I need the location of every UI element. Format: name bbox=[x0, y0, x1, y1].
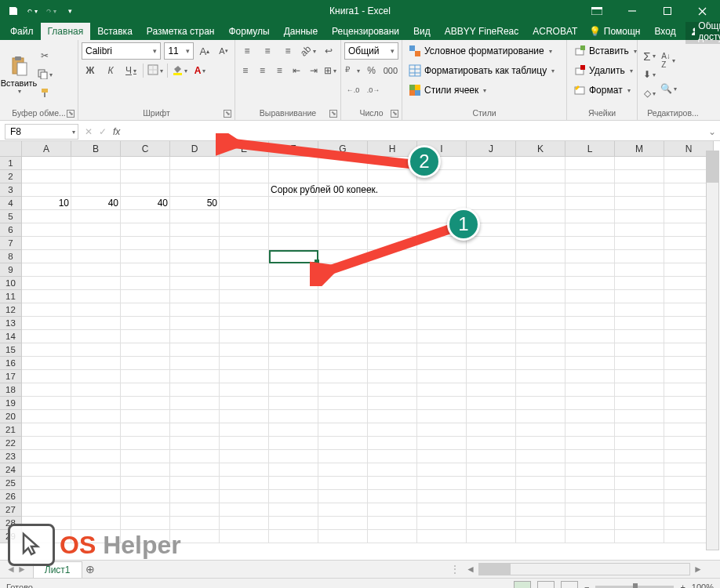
tab-home[interactable]: Главная bbox=[41, 23, 91, 40]
cell-B11[interactable] bbox=[71, 290, 121, 303]
cell-H28[interactable] bbox=[368, 517, 417, 530]
cell-M7[interactable] bbox=[615, 237, 664, 250]
cell-I10[interactable] bbox=[417, 277, 467, 290]
cell-E14[interactable] bbox=[220, 330, 269, 343]
cell-E29[interactable] bbox=[220, 530, 269, 543]
tab-data[interactable]: Данные bbox=[277, 23, 325, 40]
cell-G26[interactable] bbox=[318, 490, 368, 503]
cell-C26[interactable] bbox=[121, 490, 170, 503]
cell-D21[interactable] bbox=[170, 423, 220, 437]
cell-D1[interactable] bbox=[170, 157, 220, 170]
cell-K26[interactable] bbox=[516, 490, 565, 503]
cell-K24[interactable] bbox=[516, 463, 565, 477]
cell-D2[interactable] bbox=[170, 170, 220, 183]
cell-M22[interactable] bbox=[615, 437, 664, 450]
cell-J11[interactable] bbox=[467, 290, 516, 303]
cell-F29[interactable] bbox=[269, 530, 318, 543]
cell-E19[interactable] bbox=[220, 397, 269, 410]
close-icon[interactable] bbox=[685, 0, 720, 22]
cell-K4[interactable] bbox=[516, 197, 565, 210]
cell-L21[interactable] bbox=[565, 423, 615, 437]
cell-I29[interactable] bbox=[417, 530, 467, 543]
cell-H12[interactable] bbox=[368, 303, 417, 317]
cell-L24[interactable] bbox=[565, 463, 615, 477]
cell-A10[interactable] bbox=[22, 277, 71, 290]
select-all-corner[interactable] bbox=[0, 141, 22, 157]
cell-M28[interactable] bbox=[615, 517, 664, 530]
cell-D12[interactable] bbox=[170, 303, 220, 317]
cell-K19[interactable] bbox=[516, 397, 565, 410]
cell-L17[interactable] bbox=[565, 370, 615, 383]
cell-D27[interactable] bbox=[170, 503, 220, 517]
cell-L1[interactable] bbox=[565, 157, 615, 170]
cell-I22[interactable] bbox=[417, 437, 467, 450]
cell-G16[interactable] bbox=[318, 357, 368, 370]
cell-F6[interactable] bbox=[269, 223, 318, 237]
cell-A3[interactable] bbox=[22, 183, 71, 197]
tab-abbyy[interactable]: ABBYY FineReac bbox=[438, 23, 526, 40]
cell-G13[interactable] bbox=[318, 317, 368, 330]
format-painter-button[interactable] bbox=[36, 85, 53, 102]
cell-I8[interactable] bbox=[417, 250, 467, 263]
paste-button[interactable]: Вставить ▾ bbox=[3, 42, 35, 107]
cell-I18[interactable] bbox=[417, 383, 467, 397]
cell-I9[interactable] bbox=[417, 263, 467, 277]
fill-color-button[interactable]: ▾ bbox=[171, 62, 188, 79]
col-header-C[interactable]: C bbox=[121, 141, 170, 157]
cell-F21[interactable] bbox=[269, 423, 318, 437]
align-middle-icon[interactable]: ≡ bbox=[259, 42, 276, 60]
increase-font-icon[interactable]: A▴ bbox=[197, 42, 213, 60]
cell-F28[interactable] bbox=[269, 517, 318, 530]
cell-F12[interactable] bbox=[269, 303, 318, 317]
cell-C16[interactable] bbox=[121, 357, 170, 370]
cell-H7[interactable] bbox=[368, 237, 417, 250]
cell-A15[interactable] bbox=[22, 343, 71, 357]
cell-H10[interactable] bbox=[368, 277, 417, 290]
cell-B3[interactable] bbox=[71, 183, 121, 197]
cell-M19[interactable] bbox=[615, 397, 664, 410]
cell-L27[interactable] bbox=[565, 503, 615, 517]
cell-E24[interactable] bbox=[220, 463, 269, 477]
cell-A11[interactable] bbox=[22, 290, 71, 303]
cell-J21[interactable] bbox=[467, 423, 516, 437]
cell-B27[interactable] bbox=[71, 503, 121, 517]
cell-M12[interactable] bbox=[615, 303, 664, 317]
cell-A18[interactable] bbox=[22, 383, 71, 397]
cell-A9[interactable] bbox=[22, 263, 71, 277]
cell-D24[interactable] bbox=[170, 463, 220, 477]
cell-G18[interactable] bbox=[318, 383, 368, 397]
cell-K3[interactable] bbox=[516, 183, 565, 197]
cell-C17[interactable] bbox=[121, 370, 170, 383]
cell-C4[interactable]: 40 bbox=[121, 197, 170, 210]
cell-D18[interactable] bbox=[170, 383, 220, 397]
cell-H9[interactable] bbox=[368, 263, 417, 277]
cell-M24[interactable] bbox=[615, 463, 664, 477]
cell-D7[interactable] bbox=[170, 237, 220, 250]
cell-E22[interactable] bbox=[220, 437, 269, 450]
cell-K8[interactable] bbox=[516, 250, 565, 263]
cell-B22[interactable] bbox=[71, 437, 121, 450]
cell-L14[interactable] bbox=[565, 330, 615, 343]
cell-A27[interactable] bbox=[22, 503, 71, 517]
merge-button[interactable]: ⊞▾ bbox=[323, 62, 337, 79]
cell-H13[interactable] bbox=[368, 317, 417, 330]
cell-G12[interactable] bbox=[318, 303, 368, 317]
enter-icon[interactable]: ✓ bbox=[99, 126, 107, 137]
cell-C24[interactable] bbox=[121, 463, 170, 477]
cell-J29[interactable] bbox=[467, 530, 516, 543]
cell-G24[interactable] bbox=[318, 463, 368, 477]
cell-M16[interactable] bbox=[615, 357, 664, 370]
cancel-icon[interactable]: ✕ bbox=[85, 126, 93, 137]
cell-B17[interactable] bbox=[71, 370, 121, 383]
row-header-2[interactable]: 2 bbox=[0, 170, 22, 183]
percent-button[interactable]: % bbox=[363, 62, 379, 79]
cell-A24[interactable] bbox=[22, 463, 71, 477]
expand-formula-bar-icon[interactable]: ⌄ bbox=[704, 123, 720, 140]
cell-M27[interactable] bbox=[615, 503, 664, 517]
cell-I25[interactable] bbox=[417, 477, 467, 490]
cell-D16[interactable] bbox=[170, 357, 220, 370]
cell-B6[interactable] bbox=[71, 223, 121, 237]
cell-J16[interactable] bbox=[467, 357, 516, 370]
align-bottom-icon[interactable]: ≡ bbox=[279, 42, 296, 60]
cell-G4[interactable] bbox=[318, 197, 368, 210]
